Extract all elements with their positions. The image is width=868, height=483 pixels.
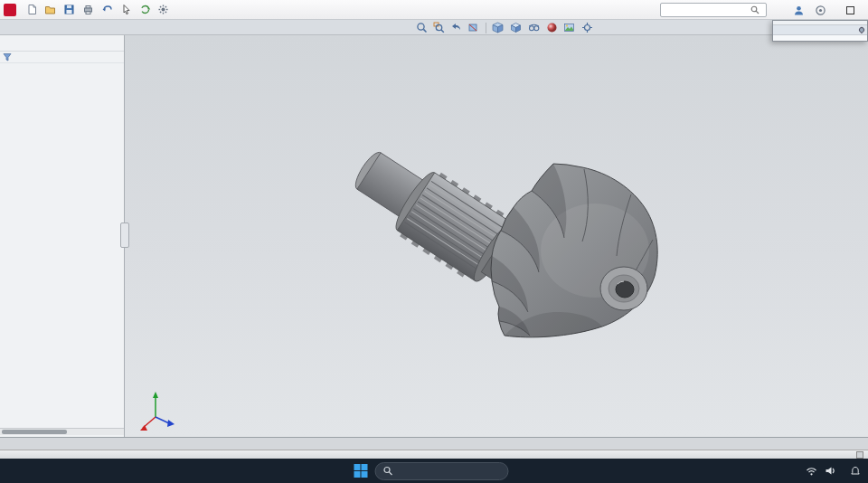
solidworks-window xyxy=(0,0,868,483)
view-settings-icon[interactable] xyxy=(581,22,594,33)
feature-tree xyxy=(0,63,124,68)
taskbar-search[interactable] xyxy=(375,462,509,480)
heads-up-view-toolbar xyxy=(416,21,594,34)
rebuild-button[interactable] xyxy=(139,4,151,15)
status-bar xyxy=(0,450,868,459)
search-icon xyxy=(383,466,393,476)
select-button[interactable] xyxy=(120,4,133,15)
options-button[interactable] xyxy=(157,4,170,15)
tree-filter-row xyxy=(0,52,124,63)
windows-taskbar xyxy=(0,459,868,483)
toolbar-separator xyxy=(486,23,486,33)
reference-triad xyxy=(140,392,175,431)
undo-button[interactable] xyxy=(101,4,114,15)
titlebar xyxy=(0,0,868,20)
user-account-icon[interactable] xyxy=(793,5,805,16)
zoom-fit-icon[interactable] xyxy=(416,22,428,33)
edit-appearance-icon[interactable] xyxy=(546,22,558,33)
command-search-box[interactable] xyxy=(660,3,767,17)
open-document-button[interactable] xyxy=(44,4,57,15)
status-customize-icon[interactable] xyxy=(856,451,863,459)
hide-show-items-icon[interactable] xyxy=(528,22,541,33)
panel-tabs xyxy=(0,35,124,52)
tree-horizontal-scrollbar[interactable] xyxy=(0,428,124,435)
window-controls xyxy=(793,0,864,20)
save-button[interactable] xyxy=(63,4,76,15)
previous-view-icon[interactable] xyxy=(450,22,462,33)
taskbar-center xyxy=(354,459,514,483)
wifi-icon[interactable] xyxy=(806,466,817,477)
start-button[interactable] xyxy=(354,464,368,478)
task-pane xyxy=(772,20,868,42)
new-document-button[interactable] xyxy=(26,4,38,15)
zoom-area-icon[interactable] xyxy=(433,22,445,33)
notification-bell-icon[interactable] xyxy=(850,466,861,477)
scrollbar-thumb[interactable] xyxy=(2,430,67,434)
work-area xyxy=(0,35,868,437)
system-tray xyxy=(791,459,861,483)
pin-icon[interactable] xyxy=(858,26,865,33)
viewport[interactable] xyxy=(125,35,868,437)
search-icon xyxy=(750,5,760,14)
section-view-icon[interactable] xyxy=(467,22,480,33)
maximize-button[interactable] xyxy=(846,6,854,14)
taskpane-toolbar xyxy=(773,35,867,41)
feature-manager-panel xyxy=(0,35,125,437)
quick-access-toolbar xyxy=(26,4,170,15)
display-style-icon[interactable] xyxy=(510,22,523,33)
apply-scene-icon[interactable] xyxy=(563,22,576,33)
help-settings-icon[interactable] xyxy=(815,5,826,16)
document-tab-bar xyxy=(0,437,868,450)
volume-icon[interactable] xyxy=(825,466,835,476)
taskpane-title-bar xyxy=(773,25,867,35)
filter-funnel-icon[interactable] xyxy=(3,52,12,62)
viewport-canvas[interactable] xyxy=(125,35,868,437)
print-button[interactable] xyxy=(82,4,95,15)
solidworks-logo xyxy=(4,4,19,16)
model-bevel-gear xyxy=(491,164,657,337)
panel-collapse-handle[interactable] xyxy=(120,223,129,248)
view-orientation-icon[interactable] xyxy=(492,22,505,33)
ds-logo-icon xyxy=(4,4,16,16)
